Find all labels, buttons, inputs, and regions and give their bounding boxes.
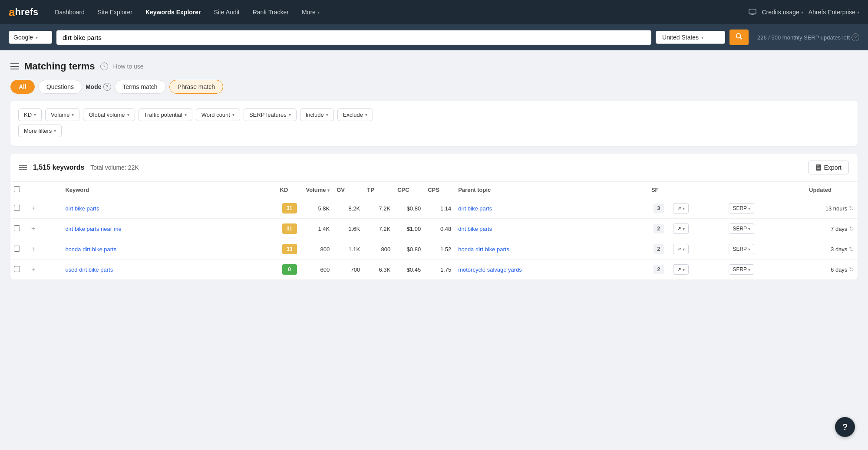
enterprise-button[interactable]: Ahrefs Enterprise ▾ [809, 9, 859, 16]
col-header-add [26, 182, 62, 198]
nav-keywords-explorer[interactable]: Keywords Explorer [139, 5, 207, 19]
nav-site-audit[interactable]: Site Audit [208, 5, 246, 19]
keyword-link-3[interactable]: used dirt bike parts [65, 266, 113, 273]
keyword-link-2[interactable]: honda dirt bike parts [65, 246, 116, 253]
search-input[interactable] [56, 30, 651, 45]
cpc-cell-0: $0.80 [394, 198, 424, 219]
mode-label: Mode ? [86, 83, 111, 91]
filter-global-volume[interactable]: Global volume▾ [83, 108, 135, 121]
table-row: + dirt bike parts near me 31 1.4K 1.6K 7… [10, 219, 858, 239]
col-header-parent-topic[interactable]: Parent topic [455, 182, 648, 198]
col-header-cpc[interactable]: CPC [394, 182, 424, 198]
parent-topic-link-0[interactable]: dirt bike parts [458, 205, 492, 212]
nav-site-explorer[interactable]: Site Explorer [92, 5, 139, 19]
logo[interactable]: ahrefs [9, 6, 38, 19]
keyword-link-1[interactable]: dirt bike parts near me [65, 226, 121, 232]
row-checkbox-0[interactable] [14, 205, 20, 211]
filter-row: KD▾ Volume▾ Global volume▾ Traffic poten… [18, 108, 850, 121]
updated-cell-2: 3 days ↻ [805, 239, 858, 259]
tab-terms-match[interactable]: Terms match [115, 80, 166, 94]
refresh-icon-1[interactable]: ↻ [849, 225, 854, 232]
mode-help-icon[interactable]: ? [103, 83, 111, 91]
row-checkbox-3[interactable] [14, 266, 20, 272]
serp-help-icon[interactable]: ? [851, 33, 859, 41]
col-header-volume[interactable]: Volume ▾ [303, 182, 333, 198]
filter-word-count[interactable]: Word count▾ [196, 108, 240, 121]
add-keyword-button-1[interactable]: + [30, 225, 37, 233]
cps-cell-0: 1.14 [424, 198, 455, 219]
trend-button-2[interactable]: ↗▾ [673, 244, 689, 254]
refresh-icon-3[interactable]: ↻ [849, 266, 854, 273]
credits-usage-button[interactable]: Credits usage ▾ [762, 9, 803, 16]
row-checkbox-2[interactable] [14, 246, 20, 252]
nav-rank-tracker[interactable]: Rank Tracker [247, 5, 295, 19]
engine-select[interactable]: Google ▾ [9, 31, 52, 44]
sf-badge-1: 2 [653, 224, 664, 233]
filter-traffic-potential[interactable]: Traffic potential▾ [139, 108, 192, 121]
col-header-kd[interactable]: KD [277, 182, 303, 198]
page-title: Matching terms [24, 61, 95, 72]
country-select[interactable]: United States ▾ [656, 31, 725, 44]
kd-badge-1: 31 [282, 223, 297, 234]
tab-phrase-match[interactable]: Phrase match [169, 80, 223, 94]
table-row: + honda dirt bike parts 33 800 1.1K 800 … [10, 239, 858, 259]
filter-exclude[interactable]: Exclude▾ [337, 108, 373, 121]
engine-chevron-icon: ▾ [36, 35, 38, 40]
cpc-cell-2: $0.80 [394, 239, 424, 259]
tab-questions[interactable]: Questions [38, 80, 82, 94]
trend-button-3[interactable]: ↗▾ [673, 264, 689, 275]
refresh-icon-2[interactable]: ↻ [849, 246, 854, 253]
col-header-updated[interactable]: Updated [805, 182, 858, 198]
parent-topic-link-2[interactable]: honda dirt bike parts [458, 246, 509, 253]
how-to-use-link[interactable]: How to use [113, 63, 144, 70]
cps-cell-1: 0.48 [424, 219, 455, 239]
results-volume: Total volume: 22K [90, 164, 139, 171]
sidebar-toggle[interactable] [10, 63, 19, 69]
kd-badge-0: 31 [282, 203, 297, 214]
add-keyword-button-0[interactable]: + [30, 204, 37, 212]
main-content: Matching terms ? How to use All Question… [0, 50, 868, 280]
tp-cell-2: 800 [363, 239, 394, 259]
add-keyword-button-2[interactable]: + [30, 245, 37, 253]
serp-button-2[interactable]: SERP▾ [729, 244, 754, 254]
keyword-link-0[interactable]: dirt bike parts [65, 205, 99, 212]
col-header-cps[interactable]: CPS [424, 182, 455, 198]
sf-badge-3: 2 [653, 265, 664, 274]
serp-button-3[interactable]: SERP▾ [729, 264, 754, 275]
gv-cell-2: 1.1K [333, 239, 363, 259]
export-button[interactable]: Export [808, 161, 849, 174]
filter-tabs: All Questions Mode ? Terms match Phrase … [10, 80, 858, 94]
serp-updates-info: 226 / 500 monthly SERP updates left ? [757, 33, 859, 41]
filter-include[interactable]: Include▾ [300, 108, 334, 121]
col-header-sf[interactable]: SF [648, 182, 670, 198]
trend-button-1[interactable]: ↗▾ [673, 223, 689, 234]
nav-more[interactable]: More ▾ [296, 5, 326, 19]
col-header-gv[interactable]: GV [333, 182, 363, 198]
engine-label: Google [13, 34, 33, 41]
monitor-icon[interactable] [749, 9, 756, 16]
table-row: + used dirt bike parts 0 600 700 6.3K $0… [10, 259, 858, 280]
filter-kd[interactable]: KD▾ [18, 108, 42, 121]
col-header-keyword[interactable]: Keyword [62, 182, 276, 198]
col-header-tp[interactable]: TP [363, 182, 394, 198]
results-reorder-icon[interactable] [19, 165, 27, 170]
serp-button-1[interactable]: SERP▾ [729, 223, 754, 234]
nav-right: Credits usage ▾ Ahrefs Enterprise ▾ [749, 9, 859, 16]
trend-button-0[interactable]: ↗▾ [673, 203, 689, 214]
add-keyword-button-3[interactable]: + [30, 266, 37, 273]
search-button[interactable] [729, 30, 749, 45]
sf-badge-0: 3 [653, 204, 664, 213]
tab-all[interactable]: All [10, 80, 35, 94]
select-all-checkbox[interactable] [14, 186, 20, 192]
parent-topic-link-3[interactable]: motorcycle salvage yards [458, 266, 522, 273]
filter-volume[interactable]: Volume▾ [45, 108, 79, 121]
serp-button-0[interactable]: SERP▾ [729, 203, 754, 214]
row-checkbox-1[interactable] [14, 225, 20, 231]
refresh-icon-0[interactable]: ↻ [849, 205, 854, 212]
page-help-icon[interactable]: ? [100, 62, 108, 70]
nav-dashboard[interactable]: Dashboard [49, 5, 91, 19]
parent-topic-link-1[interactable]: dirt bike parts [458, 226, 492, 232]
kd-badge-3: 0 [282, 264, 297, 275]
filter-serp-features[interactable]: SERP features▾ [244, 108, 297, 121]
more-filters-button[interactable]: More filters▾ [18, 125, 62, 137]
